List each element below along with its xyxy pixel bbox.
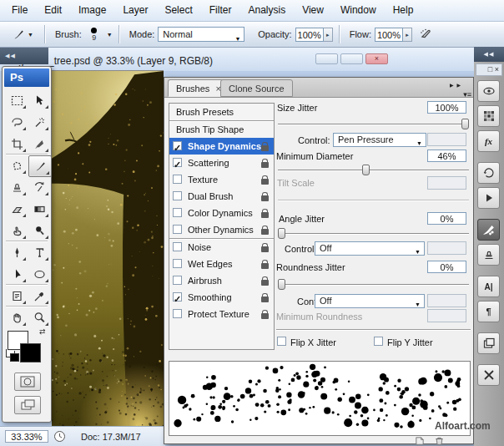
dock-clone-source-button[interactable] bbox=[477, 244, 500, 266]
option-checkbox[interactable] bbox=[173, 259, 182, 268]
brush-option-texture[interactable]: Texture bbox=[169, 171, 274, 188]
minimum-diameter-slider[interactable] bbox=[278, 170, 469, 171]
dock-actions-button[interactable] bbox=[477, 187, 500, 209]
brush-option-protect-texture[interactable]: Protect Texture bbox=[169, 306, 274, 322]
opacity-input[interactable]: 100% bbox=[295, 28, 324, 42]
tool-path-selection[interactable] bbox=[6, 264, 28, 284]
tab-clone-source[interactable]: Clone Source bbox=[220, 79, 293, 97]
flow-input[interactable]: 100% bbox=[375, 28, 403, 42]
size-jitter-slider[interactable] bbox=[278, 124, 469, 125]
delete-brush-icon[interactable] bbox=[435, 437, 444, 445]
menu-help[interactable]: Help bbox=[385, 0, 422, 21]
tools-dock-collapse[interactable]: ◀◀ bbox=[0, 48, 48, 64]
dock-tool-presets-button[interactable] bbox=[477, 364, 500, 386]
tool-slice[interactable] bbox=[28, 134, 50, 154]
menu-filter[interactable]: Filter bbox=[201, 0, 240, 21]
zoom-level-input[interactable]: 33.33% bbox=[5, 430, 48, 443]
tool-zoom[interactable] bbox=[28, 307, 50, 327]
maximize-button[interactable] bbox=[340, 53, 363, 64]
lock-icon[interactable] bbox=[261, 280, 269, 286]
minimum-diameter-value[interactable]: 46% bbox=[427, 150, 466, 162]
tool-dodge[interactable] bbox=[28, 220, 50, 241]
angle-control-select[interactable]: Off bbox=[315, 241, 425, 256]
tool-eraser[interactable] bbox=[6, 199, 28, 219]
menu-image[interactable]: Image bbox=[70, 0, 114, 21]
menu-view[interactable]: View bbox=[294, 0, 332, 21]
tool-move[interactable] bbox=[28, 90, 50, 110]
chevron-down-icon[interactable]: ▼ bbox=[107, 32, 113, 38]
panel-menu-icon[interactable]: ▾≡ bbox=[463, 90, 471, 99]
dock-layer-comps-button[interactable] bbox=[477, 332, 500, 354]
close-icon[interactable]: × bbox=[495, 65, 499, 73]
lock-icon[interactable] bbox=[261, 263, 269, 269]
tool-ellipse-shape[interactable] bbox=[28, 264, 50, 284]
opacity-spinner[interactable]: ▸ bbox=[324, 28, 333, 42]
minimize-button[interactable] bbox=[315, 53, 338, 64]
background-color[interactable] bbox=[20, 343, 41, 362]
dock-character-button[interactable]: A| bbox=[477, 276, 500, 297]
dock-swatches-button[interactable] bbox=[477, 105, 500, 127]
tool-magic-wand[interactable] bbox=[28, 112, 50, 132]
lock-icon[interactable] bbox=[261, 246, 269, 252]
dock-brushes-button[interactable] bbox=[477, 219, 500, 241]
brush-option-shape-dynamics[interactable]: Shape Dynamics bbox=[169, 138, 274, 155]
screen-mode-button[interactable] bbox=[14, 396, 41, 414]
menu-file[interactable]: File bbox=[3, 0, 36, 21]
option-checkbox[interactable] bbox=[173, 208, 182, 217]
tool-pen[interactable] bbox=[6, 242, 28, 262]
brush-option-smoothing[interactable]: Smoothing bbox=[169, 289, 274, 306]
tool-notes[interactable] bbox=[6, 286, 28, 306]
size-jitter-value[interactable]: 100% bbox=[427, 101, 466, 114]
option-checkbox[interactable] bbox=[173, 276, 182, 285]
tool-rectangular-marquee[interactable] bbox=[6, 90, 28, 110]
option-checkbox[interactable] bbox=[173, 158, 182, 167]
swap-colors-icon[interactable]: ⇄ bbox=[39, 327, 46, 336]
menu-window[interactable]: Window bbox=[332, 0, 385, 21]
dock-navigator-button[interactable] bbox=[477, 80, 500, 102]
flip-x-checkbox[interactable] bbox=[277, 337, 286, 346]
dock-paragraph-button[interactable]: ¶ bbox=[477, 301, 500, 322]
option-checkbox[interactable] bbox=[173, 175, 182, 184]
lock-icon[interactable] bbox=[261, 162, 269, 168]
lock-icon[interactable] bbox=[261, 195, 269, 201]
tool-preset-picker[interactable]: ▼ bbox=[7, 24, 38, 44]
brush-option-scattering[interactable]: Scattering bbox=[169, 155, 274, 171]
tool-crop[interactable] bbox=[6, 134, 28, 154]
tool-lasso[interactable] bbox=[6, 112, 28, 132]
option-checkbox[interactable] bbox=[173, 225, 182, 234]
blend-mode-select[interactable]: Normal bbox=[158, 27, 244, 42]
option-checkbox[interactable] bbox=[173, 141, 182, 150]
maximize-icon[interactable]: □ bbox=[488, 65, 492, 73]
brush-option-wet-edges[interactable]: Wet Edges bbox=[169, 256, 274, 272]
brush-option-noise[interactable]: Noise bbox=[169, 238, 274, 256]
dock-collapse[interactable]: ◀◀ bbox=[474, 47, 504, 62]
angle-jitter-slider[interactable] bbox=[278, 233, 469, 235]
panel-collapse-icon[interactable]: ▶ ▶ bbox=[450, 82, 461, 88]
option-checkbox[interactable] bbox=[173, 292, 182, 302]
brush-option-brush-presets[interactable]: Brush Presets bbox=[169, 104, 274, 120]
slider-handle[interactable] bbox=[461, 119, 469, 129]
option-checkbox[interactable] bbox=[173, 309, 182, 318]
option-checkbox[interactable] bbox=[173, 191, 182, 200]
menu-select[interactable]: Select bbox=[156, 0, 200, 21]
airbrush-icon[interactable] bbox=[419, 27, 434, 42]
flow-spinner[interactable]: ▸ bbox=[403, 28, 412, 42]
tool-type[interactable] bbox=[28, 242, 50, 262]
tool-clone-stamp[interactable] bbox=[6, 177, 28, 197]
brush-option-brush-tip-shape[interactable]: Brush Tip Shape bbox=[169, 120, 274, 138]
option-checkbox[interactable] bbox=[173, 242, 182, 251]
tool-brush[interactable] bbox=[28, 155, 52, 177]
tool-healing-brush[interactable] bbox=[6, 155, 28, 175]
brush-option-airbrush[interactable]: Airbrush bbox=[169, 272, 274, 289]
tool-hand[interactable] bbox=[6, 307, 28, 327]
slider-handle[interactable] bbox=[362, 165, 370, 175]
lock-icon[interactable] bbox=[261, 179, 269, 185]
close-button[interactable]: × bbox=[365, 53, 388, 64]
lock-icon[interactable] bbox=[261, 313, 269, 319]
flip-y-checkbox[interactable] bbox=[374, 337, 383, 346]
new-brush-icon[interactable] bbox=[415, 437, 425, 445]
quick-mask-button[interactable] bbox=[14, 373, 41, 391]
size-control-select[interactable]: Pen Pressure bbox=[333, 133, 426, 147]
dock-window-controls[interactable]: □ × bbox=[476, 63, 502, 76]
tool-history-brush[interactable] bbox=[28, 177, 50, 197]
